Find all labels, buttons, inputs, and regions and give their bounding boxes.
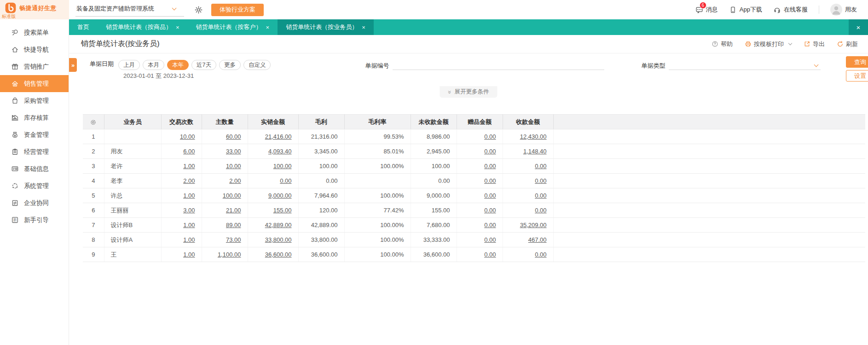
online-service-item[interactable]: 在线客服 [773, 6, 808, 14]
filter-collapse-button[interactable]: » [69, 58, 77, 72]
drilldown-link[interactable]: 42,889.00 [265, 222, 292, 228]
drilldown-link[interactable]: 9,000.00 [268, 192, 292, 199]
industry-solution-button[interactable]: 体验行业方案 [211, 4, 264, 16]
drilldown-link[interactable]: 100.00 [273, 163, 292, 170]
doc-no-input[interactable] [393, 61, 604, 68]
drilldown-link[interactable]: 21,416.00 [265, 133, 292, 140]
drilldown-link[interactable]: 2.00 [229, 177, 241, 184]
drilldown-link[interactable]: 10.00 [180, 133, 195, 140]
drilldown-link[interactable]: 0.00 [280, 177, 291, 184]
drilldown-link[interactable]: 0.00 [535, 207, 546, 214]
doc-no-filter-group: 单据编号 [365, 60, 604, 70]
column-header-未收款金额: 未收款金额 [411, 115, 457, 129]
settings-button[interactable]: 设置 [846, 70, 868, 82]
export-label: 导出 [813, 40, 825, 48]
sidebar-item-企业协同[interactable]: 企业协同 [0, 194, 69, 211]
drilldown-link[interactable]: 60.00 [226, 133, 241, 140]
drilldown-link[interactable]: 1.00 [183, 236, 195, 243]
tab-销货单统计表（按客户）[interactable]: 销货单统计表（按客户）× [188, 19, 278, 35]
sidebar-item-采购管理[interactable]: 采购管理 [0, 92, 69, 109]
search-icon [11, 29, 19, 36]
drilldown-link[interactable]: 1.00 [183, 163, 195, 170]
tab-close-icon[interactable]: × [266, 24, 270, 31]
drilldown-link[interactable]: 12,430.00 [520, 133, 547, 140]
drilldown-link[interactable]: 0.00 [484, 251, 496, 258]
drilldown-link[interactable]: 73.00 [226, 236, 241, 243]
drilldown-link[interactable]: 1.00 [183, 222, 195, 228]
close-all-tabs-button[interactable]: × [849, 19, 868, 35]
expand-more-button[interactable]: » 展开更多条件 [440, 86, 497, 98]
sidebar-item-系统管理[interactable]: 系统管理 [0, 177, 69, 194]
drilldown-link[interactable]: 0.00 [484, 222, 496, 228]
sidebar-item-销售管理[interactable]: 销售管理 [0, 75, 69, 92]
drilldown-link[interactable]: 33.00 [226, 148, 241, 155]
sidebar-item-基础信息[interactable]: 基础信息 [0, 160, 69, 177]
drilldown-link[interactable]: 0.00 [484, 163, 496, 170]
messages-item[interactable]: 消息 6 [695, 6, 718, 14]
drilldown-link[interactable]: 0.00 [484, 236, 496, 243]
refresh-button[interactable]: 刷新 [837, 40, 858, 48]
tab-首页[interactable]: 首页 [69, 19, 98, 35]
drilldown-link[interactable]: 0.00 [535, 192, 546, 199]
help-button[interactable]: 帮助 [712, 40, 733, 48]
table-row: 2用友6.0033.004,093.403,345.0085.01%2,945.… [83, 144, 865, 159]
date-pill-本年[interactable]: 本年 [167, 60, 189, 70]
print-by-template-button[interactable]: 按模板打印 [745, 40, 792, 48]
drilldown-link[interactable]: 0.00 [484, 148, 496, 155]
sidebar-item-经营管理[interactable]: 经营管理 [0, 143, 69, 160]
tab-销货单统计表（按商品）[interactable]: 销货单统计表（按商品）× [98, 19, 188, 35]
drilldown-link[interactable]: 0.00 [535, 163, 546, 170]
drilldown-link[interactable]: 100.00 [223, 192, 241, 199]
drilldown-link[interactable]: 10.00 [226, 163, 241, 170]
cell-交易次数: 3.00 [161, 203, 202, 218]
cell-实销金额: 100.00 [248, 159, 298, 174]
sidebar-item-快捷导航[interactable]: 快捷导航 [0, 41, 69, 58]
doc-type-select[interactable] [669, 60, 821, 70]
drilldown-link[interactable]: 89.00 [226, 222, 241, 228]
column-settings-cell[interactable] [83, 115, 104, 129]
sidebar-item-新手引导[interactable]: 新新手引导 [0, 211, 69, 228]
settings-gear-icon[interactable] [194, 6, 203, 14]
drilldown-link[interactable]: 4,093.40 [268, 148, 292, 155]
drilldown-link[interactable]: 33,800.00 [265, 236, 292, 243]
print-dropdown-chevron-icon[interactable] [788, 41, 792, 45]
gift-icon [11, 63, 19, 70]
system-select[interactable]: 装备及固定资产辅助管理系统 [75, 3, 184, 17]
drilldown-link[interactable]: 0.00 [484, 133, 496, 140]
sidebar-item-资金管理[interactable]: 资金管理 [0, 126, 69, 143]
export-button[interactable]: 导出 [804, 40, 825, 48]
app-download-item[interactable]: App下载 [729, 6, 762, 14]
sidebar-item-搜索菜单[interactable]: 搜索菜单 [0, 24, 69, 41]
drilldown-link[interactable]: 36,600.00 [265, 251, 292, 258]
drilldown-link[interactable]: 1.00 [183, 192, 195, 199]
drilldown-link[interactable]: 1,148.40 [523, 148, 547, 155]
drilldown-link[interactable]: 0.00 [535, 251, 546, 258]
drilldown-link[interactable]: 467.00 [528, 236, 547, 243]
date-pill-上月[interactable]: 上月 [118, 60, 140, 70]
tab-close-icon[interactable]: × [176, 24, 179, 31]
drilldown-link[interactable]: 1,100.00 [218, 251, 241, 258]
drilldown-link[interactable]: 6.00 [183, 148, 195, 155]
sidebar-item-库存核算[interactable]: 库存核算 [0, 109, 69, 126]
drilldown-link[interactable]: 2.00 [183, 177, 195, 184]
sidebar-item-label: 新手引导 [24, 216, 49, 224]
drilldown-link[interactable]: 1.00 [183, 251, 195, 258]
date-pill-近7天[interactable]: 近7天 [191, 60, 216, 70]
drilldown-link[interactable]: 0.00 [484, 207, 496, 214]
drilldown-link[interactable]: 21.00 [226, 207, 241, 214]
drilldown-link[interactable]: 0.00 [484, 177, 496, 184]
date-pill-更多[interactable]: 更多 [219, 60, 241, 70]
sidebar-item-营销推广[interactable]: 营销推广 [0, 58, 69, 75]
date-pill-自定义[interactable]: 自定义 [243, 60, 271, 70]
drilldown-link[interactable]: 35,209.00 [520, 222, 547, 228]
cell-收款金额: 35,209.00 [503, 218, 553, 233]
drilldown-link[interactable]: 0.00 [535, 177, 546, 184]
tab-销货单统计表（按业务员）[interactable]: 销货单统计表（按业务员）× [278, 19, 374, 35]
drilldown-link[interactable]: 155.00 [273, 207, 292, 214]
user-item[interactable]: 用友 [830, 4, 857, 16]
date-pill-本月[interactable]: 本月 [143, 60, 164, 70]
query-button[interactable]: 查询 [846, 56, 868, 68]
drilldown-link[interactable]: 0.00 [484, 192, 496, 199]
tab-close-icon[interactable]: × [362, 24, 365, 31]
drilldown-link[interactable]: 3.00 [183, 207, 195, 214]
